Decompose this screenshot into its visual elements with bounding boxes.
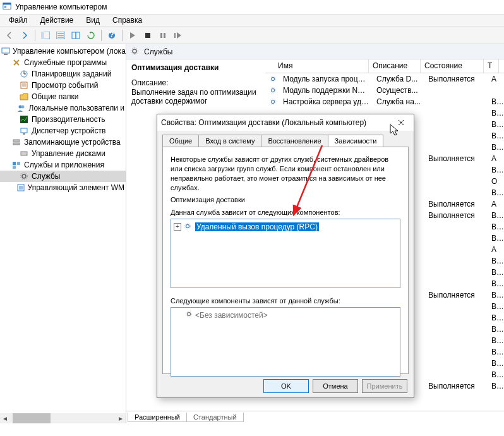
tree-node-storage[interactable]: Запоминающие устройства [0,136,126,148]
cell-type: А [488,154,503,163]
cell-name: Модуль запуска процессо... [279,75,373,83]
tab-logon[interactable]: Вход в систему [198,135,261,147]
tree-node-scheduler[interactable]: Планировщик заданий [0,68,126,80]
no-dependencies-label: <Без зависимостей> [195,311,268,320]
restart-service-button[interactable] [171,28,185,42]
col-name[interactable]: Имя [265,59,369,73]
cell-type: Вр [488,382,503,391]
close-icon [398,119,404,126]
pause-service-button[interactable] [156,28,170,42]
col-startup-type[interactable]: Т [484,59,499,73]
tab-extended[interactable]: Расширенный [128,413,187,422]
gear-icon [268,85,278,95]
tree-label: Локальные пользователи и [29,104,124,112]
tree-node-perf[interactable]: Производительность [0,114,126,125]
tree-node-tools[interactable]: Служебные программы [0,57,126,68]
cell-state: Выполняется [424,211,488,220]
svg-point-42 [270,76,275,82]
tree-node-wmi[interactable]: Управляющий элемент WM [0,182,126,193]
service-row[interactable]: Модуль поддержки NetBI...Осуществ... [265,85,504,96]
horizontal-scrollbar[interactable]: ◂ ▸ [0,413,126,423]
show-hide-tree-button[interactable] [39,28,52,42]
menu-action[interactable]: Действие [35,15,79,26]
help-button[interactable]: ? [105,28,119,42]
tab-standard[interactable]: Стандартный [186,413,244,422]
gear-icon [268,74,278,84]
cancel-button[interactable]: Отмена [313,379,358,393]
tree-node-computer[interactable]: Управление компьютером (локаль [0,45,126,57]
menu-help[interactable]: Справка [107,15,147,26]
svg-rect-17 [2,48,9,53]
gear-icon [185,310,193,320]
service-row[interactable]: Настройка сервера удален...Служба на...В… [265,96,504,107]
tab-recovery[interactable]: Восстановление [261,135,328,147]
wmi-icon [16,183,25,193]
toolbar-separator [35,30,35,41]
tree-node-apps[interactable]: Службы и приложения [0,159,126,171]
properties-button[interactable] [54,28,68,42]
description-text: Выполнение задач по оптимизации доставки… [131,88,260,106]
svg-point-46 [270,99,275,104]
scroll-right-icon[interactable]: ▸ [116,413,126,423]
tree-label: Службы и приложения [24,160,104,169]
refresh-button[interactable] [84,28,98,42]
service-name-label: Оптимизация доставки [171,196,400,203]
cell-type: Вр [488,268,503,277]
svg-rect-32 [13,162,16,165]
tree-root: Управление компьютером (локаль Служебные… [0,44,126,195]
scroll-left-icon[interactable]: ◂ [0,413,10,423]
tools-icon [11,58,21,68]
no-dependencies-item: <Без зависимостей> [174,310,397,320]
cell-type: Вр [488,131,503,140]
forward-button[interactable] [18,28,32,42]
tree-node-users[interactable]: Локальные пользователи и [0,102,126,114]
svg-rect-27 [23,133,25,135]
svg-rect-18 [4,54,8,55]
back-button[interactable] [3,28,16,42]
menu-file[interactable]: Файл [4,15,33,26]
cell-name: Модуль поддержки NetBI... [279,86,373,95]
close-button[interactable] [392,116,410,129]
menubar: Файл Действие Вид Справка [0,14,504,27]
export-button[interactable] [69,28,83,42]
gear-icon [268,97,278,107]
dependency-item[interactable]: + Удаленный вызов процедур (RPC) [174,222,397,232]
scroll-thumb[interactable] [13,413,51,423]
depends-on-list[interactable]: + Удаленный вызов процедур (RPC) [171,219,400,288]
properties-dialog: Свойства: Оптимизация доставки (Локальны… [157,114,414,398]
tree-node-eventviewer[interactable]: Просмотр событий [0,80,126,91]
dependency-label: Удаленный вызов процедур (RPC) [195,222,319,231]
cell-type: Вр [488,109,503,118]
tree-node-services[interactable]: Службы [0,171,126,182]
svg-rect-13 [145,33,150,38]
dialog-buttons: OK Отмена Применить [157,379,414,399]
svg-point-50 [186,312,191,317]
ok-button[interactable]: OK [263,379,309,393]
toolbar-separator [101,30,102,41]
toolbar-separator [122,30,123,41]
tree-node-devmgr[interactable]: Диспетчер устройств [0,125,126,136]
tab-dependencies[interactable]: Зависимости [328,135,384,147]
tree-node-shared[interactable]: Общие папки [0,91,126,102]
col-state[interactable]: Состояние [421,59,484,73]
cell-state: Выполняется [424,382,488,391]
stop-service-button[interactable] [141,28,155,42]
svg-rect-16 [174,33,176,38]
tab-general[interactable]: Общие [162,135,199,147]
tree-label: Управляющий элемент WM [28,183,124,192]
dialog-title: Свойства: Оптимизация доставки (Локальны… [161,118,392,127]
menu-view[interactable]: Вид [81,15,105,26]
dependents-list[interactable]: <Без зависимостей> [171,307,400,377]
cell-type: Вр [488,143,503,152]
dialog-titlebar[interactable]: Свойства: Оптимизация доставки (Локальны… [157,114,414,131]
service-row[interactable]: Модуль запуска процессо...Служба D...Вып… [265,73,504,85]
col-description[interactable]: Описание [369,59,421,73]
svg-point-43 [271,88,274,92]
depends-on-label: Данная служба зависит от следующих компо… [171,209,400,216]
expand-icon[interactable]: + [174,223,181,231]
apply-button[interactable]: Применить [362,379,407,393]
tree-node-diskmgmt[interactable]: Управление дисками [0,148,126,159]
start-service-button[interactable] [126,28,140,42]
svg-point-36 [21,173,28,180]
tree-label: Общие папки [32,92,78,101]
